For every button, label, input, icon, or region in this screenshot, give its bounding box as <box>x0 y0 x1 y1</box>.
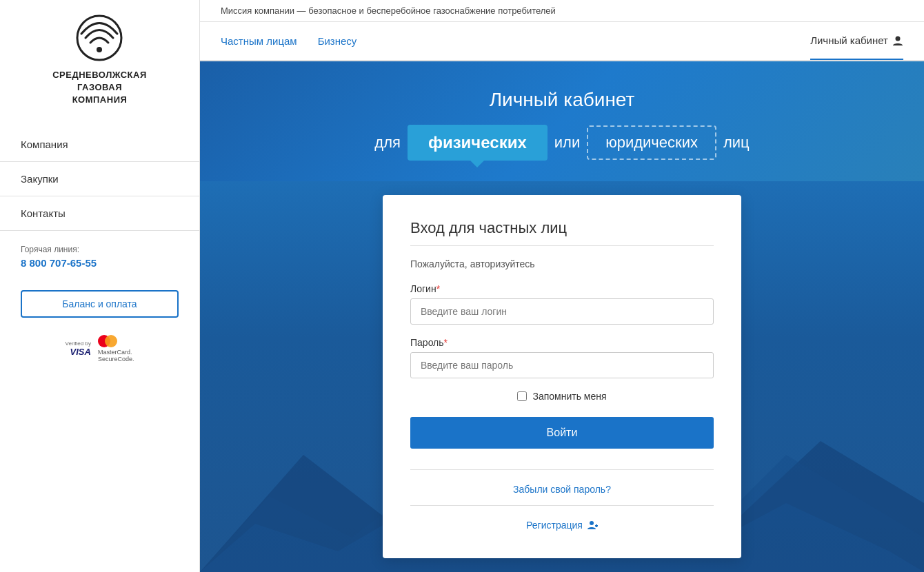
main-content: Миссия компании — безопасное и бесперебо… <box>200 0 924 572</box>
card-divider-2 <box>410 505 714 506</box>
mastercard-orange-circle <box>105 335 117 347</box>
login-subtitle: Пожалуйста, авторизуйтесь <box>410 258 714 269</box>
hotline-section: Горячая линия: 8 800 707-65-55 <box>0 231 199 283</box>
password-required-star: * <box>444 337 448 348</box>
hero-legal-button[interactable]: юридических <box>587 125 716 160</box>
balance-payment-button[interactable]: Баланс и оплата <box>21 290 179 318</box>
mastercard-line2: SecureCode. <box>98 356 134 363</box>
mastercard-icon <box>98 335 119 347</box>
nav-individuals[interactable]: Частным лицам <box>221 23 297 59</box>
hero-individuals-button[interactable]: физических <box>408 125 548 161</box>
password-input[interactable] <box>410 352 714 378</box>
payment-badges: Verified by VISA MasterCard. SecureCode. <box>66 335 134 364</box>
login-title: Вход для частных лиц <box>410 219 714 237</box>
password-label: Пароль* <box>410 337 714 348</box>
personal-cabinet-nav[interactable]: Личный кабинет <box>810 22 903 60</box>
sidebar-navigation: Компания Закупки Контакты <box>0 127 199 231</box>
remember-row: Запомнить меня <box>410 391 714 402</box>
forgot-password-link[interactable]: Забыли свой пароль? <box>410 484 714 495</box>
mastercard-badge: MasterCard. SecureCode. <box>98 335 134 364</box>
nav-business[interactable]: Бизнесу <box>318 23 357 59</box>
svg-point-6 <box>590 521 594 525</box>
logo-container: СРЕДНЕВОЛЖСКАЯ ГАЗОВАЯ КОМПАНИЯ <box>52 14 147 107</box>
register-text: Регистрация <box>526 520 583 531</box>
sidebar-item-company[interactable]: Компания <box>0 127 199 162</box>
nav-bar: Частным лицам Бизнесу Личный кабинет <box>200 22 924 61</box>
content-area: Вход для частных лиц Пожалуйста, авториз… <box>200 181 924 572</box>
hero-title: Личный кабинет <box>221 89 903 111</box>
user-icon <box>892 35 903 46</box>
visa-text: VISA <box>70 347 91 358</box>
register-user-icon <box>587 520 598 531</box>
login-input[interactable] <box>410 298 714 325</box>
card-divider <box>410 469 714 470</box>
sidebar-item-contacts[interactable]: Контакты <box>0 196 199 231</box>
remember-checkbox[interactable] <box>517 391 527 401</box>
login-card: Вход для частных лиц Пожалуйста, авториз… <box>383 195 741 558</box>
login-title-divider <box>410 245 714 246</box>
hero-prefix-text: для <box>374 134 401 152</box>
verified-by-text: Verified by <box>66 340 91 347</box>
company-name: СРЕДНЕВОЛЖСКАЯ ГАЗОВАЯ КОМПАНИЯ <box>52 69 147 107</box>
sidebar-item-purchases[interactable]: Закупки <box>0 162 199 196</box>
mission-text: Миссия компании — безопасное и бесперебо… <box>221 6 556 16</box>
svg-point-2 <box>896 36 901 41</box>
remember-label[interactable]: Запомнить меня <box>532 391 606 402</box>
nav-links: Частным лицам Бизнесу <box>221 23 356 59</box>
login-required-star: * <box>436 283 440 294</box>
hero-buttons: для физических или юридических лиц <box>221 125 903 161</box>
verified-visa-badge: Verified by VISA <box>66 340 91 358</box>
register-link[interactable]: Регистрация <box>410 520 714 531</box>
hotline-number[interactable]: 8 800 707-65-55 <box>21 257 97 269</box>
company-logo-icon <box>75 14 123 62</box>
hotline-label: Горячая линия: <box>21 245 179 254</box>
hero-middle-text: или <box>554 134 580 152</box>
login-button[interactable]: Войти <box>410 417 714 449</box>
top-bar: Миссия компании — безопасное и бесперебо… <box>200 0 924 22</box>
hero-suffix-text: лиц <box>723 134 750 152</box>
hero-section: Личный кабинет для физических или юридич… <box>200 61 924 181</box>
sidebar: СРЕДНЕВОЛЖСКАЯ ГАЗОВАЯ КОМПАНИЯ Компания… <box>0 0 200 572</box>
svg-point-1 <box>97 47 102 52</box>
personal-cabinet-label: Личный кабинет <box>810 34 888 46</box>
login-label: Логин* <box>410 283 714 294</box>
mastercard-line1: MasterCard. <box>98 349 134 356</box>
